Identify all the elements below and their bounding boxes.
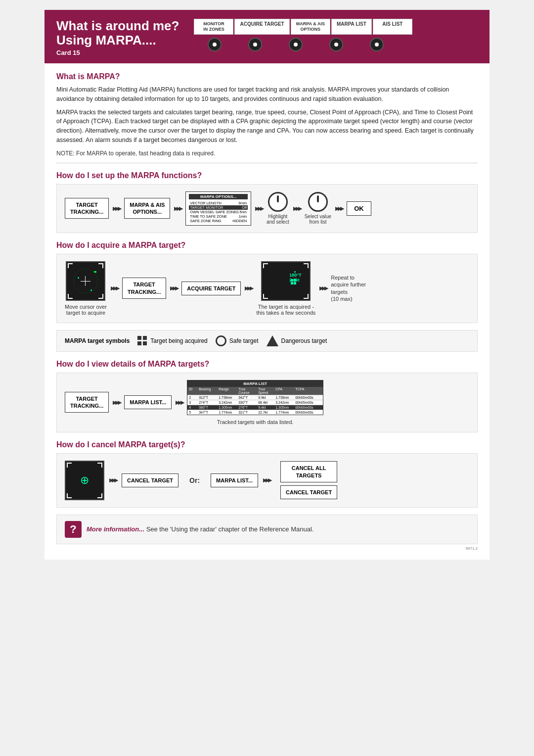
crosshair-symbol: ⊕ — [80, 474, 89, 487]
knob-1[interactable] — [268, 192, 288, 212]
arrow-view-2 — [176, 399, 183, 406]
section-what-is-marpa-title: What is MARPA? — [56, 72, 478, 81]
tab-acquire[interactable]: ACQUIRE TARGET — [234, 19, 289, 35]
list-caption: Tracked targets with data listed. — [217, 419, 294, 425]
ok-button[interactable]: OK — [347, 201, 371, 216]
marpa-list-row-1: 2312°T1.739nm342°T9.9kt1.739nm00h00m00s — [187, 395, 323, 400]
arrow-3 — [255, 205, 263, 212]
view-box-tracking[interactable]: TARGET TRACKING... — [65, 392, 109, 413]
symbols-label: MARPA target symbols — [65, 337, 130, 344]
view-box-marpa-list[interactable]: MARPA LIST... — [124, 395, 172, 409]
symbol-acquiring: Target being acquired — [137, 336, 207, 346]
marpa-list-subheader: ID Bearing Range TrueCourse TrueSpeed CP… — [187, 387, 323, 395]
marpa-list-table: MARPA LIST ID Bearing Range TrueCourse T… — [187, 380, 323, 415]
circle-btn-5[interactable] — [370, 38, 384, 51]
radar-col-2: 180°T2.3kt — [256, 261, 315, 316]
circle-btn-2[interactable] — [248, 38, 262, 51]
frame-br-v — [102, 294, 103, 299]
header-title: What is around me? Using MARPA.... Card … — [56, 19, 179, 56]
nav-circle-4 — [316, 38, 356, 51]
more-info-label: More information... — [87, 525, 144, 533]
marpa-opt-row-1: VECTOR LENGTH6min — [189, 201, 248, 205]
safe-icon — [216, 335, 226, 346]
acquire-caption2: The target is acquired - this takes a fe… — [256, 304, 315, 316]
title-line2: Using MARPA.... — [56, 33, 179, 47]
acquiring-icon — [137, 336, 147, 346]
symbols-row: MARPA target symbols Target being acquir… — [56, 330, 478, 352]
blip-1 — [94, 271, 96, 273]
radar-col-1: Move cursor over target to acquire — [65, 261, 107, 316]
setup-flow-diagram: TARGET TRACKING... MARPA & AIS OPTIONS..… — [56, 184, 478, 233]
nav-circle-1 — [195, 38, 234, 51]
tab-monitor[interactable]: MONITOR IN ZONES — [194, 19, 233, 35]
knob1-label: Highlight and select — [267, 214, 289, 225]
marpa-opt-row-5: SAFE ZONE RINGHIDDEN — [189, 219, 248, 223]
card-number: Card 15 — [56, 49, 179, 56]
nav-circle-5 — [357, 38, 397, 51]
safe-label: Safe target — [229, 337, 259, 344]
cancel-all-targets[interactable]: CANCEL ALL TARGETS — [280, 461, 337, 482]
section-acquire-title: How do I acquire a MARPA target? — [56, 241, 478, 250]
tab-ais-list[interactable]: AIS LIST — [373, 19, 412, 35]
or-text: Or: — [189, 476, 200, 484]
nav-tabs: MONITOR IN ZONES ACQUIRE TARGET MARPA & … — [194, 19, 478, 35]
marpa-list-row-4: 5347°T1.774nm321°T22.7kt1.774nm00h00m00s — [187, 410, 323, 415]
what-is-marpa-para1: Mini Automatic Radar Plotting Aid (MARPA… — [56, 85, 478, 104]
radar-screen-2: 180°T2.3kt — [261, 261, 311, 301]
arrow-cancel-1 — [109, 477, 117, 483]
marpa-list-header: MARPA LIST — [187, 380, 323, 387]
arrow-4 — [293, 205, 301, 212]
cancel-radar-screen: ⊕ — [65, 461, 104, 500]
cancel-target[interactable]: CANCEL TARGET — [280, 485, 337, 499]
cancel-box-1[interactable]: CANCEL TARGET — [122, 473, 178, 487]
marpa-list-row-3: 4080°T1.305nm276°T9.4kt1.305nm00h00m00s — [187, 405, 323, 410]
cancel-diagram: ⊕ CANCEL TARGET Or: MARPA LIST... CANCEL… — [56, 453, 478, 508]
marpa-opt-row-2: TARGET MONITOROff — [189, 205, 248, 210]
arrow-2 — [174, 205, 181, 212]
nav-circles — [194, 38, 478, 51]
arrow-acquire-2 — [170, 285, 178, 291]
arrow-acquire-4 — [319, 285, 327, 291]
arrow-acquire-3 — [245, 285, 252, 291]
acquire-box-tracking[interactable]: TARGET TRACKING... — [122, 278, 166, 299]
nav-circle-3 — [276, 38, 315, 51]
frame-tr-v — [102, 263, 103, 268]
arrow-cancel-2 — [263, 477, 270, 483]
arrow-1 — [113, 205, 120, 212]
crosshair-h — [81, 281, 90, 282]
circle-btn-4[interactable] — [329, 38, 343, 51]
content: What is MARPA? Mini Automatic Radar Plot… — [44, 63, 490, 560]
page-ref: 9971.2 — [56, 546, 478, 551]
tab-marpa-list[interactable]: MARPA LIST — [331, 19, 372, 35]
page: What is around me? Using MARPA.... Card … — [44, 10, 490, 560]
marpa-list-row-2: 3274°T3.242nm330°T68.4kt3.242nm00h05m00s — [187, 400, 323, 405]
crosshair-v — [85, 276, 86, 286]
frame2-tr-v — [308, 263, 309, 268]
acquire-caption1: Move cursor over target to acquire — [65, 304, 107, 316]
frame2-bl-v — [263, 294, 264, 299]
cancel-right-options: CANCEL ALL TARGETS CANCEL TARGET — [280, 461, 337, 499]
what-is-marpa-para2: MARPA tracks the selected targets and ca… — [56, 108, 478, 145]
acquiring-label: Target being acquired — [150, 337, 207, 344]
frame-tl-v — [68, 263, 69, 268]
circle-btn-1[interactable] — [208, 38, 222, 51]
acquire-box-acquire[interactable]: ACQUIRE TARGET — [181, 282, 241, 295]
setup-box-tracking[interactable]: TARGET TRACKING... — [65, 198, 109, 219]
divider-1 — [56, 163, 478, 163]
setup-box-options[interactable]: MARPA & AIS OPTIONS... — [124, 198, 170, 219]
circle-btn-3[interactable] — [289, 38, 303, 51]
tab-marpa-ais[interactable]: MARPA & AIS OPTIONS — [291, 19, 330, 35]
nav-circle-2 — [235, 38, 275, 51]
what-is-marpa-note: NOTE: For MARPA to operate, fast heading… — [56, 149, 478, 158]
question-mark-icon: ? — [65, 521, 82, 538]
more-info-text: More information... See the 'Using the r… — [87, 525, 313, 533]
symbol-dangerous: Dangerous target — [267, 335, 327, 346]
target-grid — [291, 279, 296, 284]
section-setup-title: How do I set up the MARPA functions? — [56, 171, 478, 180]
frame-bl-v — [68, 294, 69, 299]
knob-2[interactable] — [308, 192, 328, 212]
knob2-col: Select value from list — [305, 192, 331, 225]
cancel-box-marpa-list[interactable]: MARPA LIST... — [211, 473, 258, 487]
frame2-tl-v — [263, 263, 264, 268]
frame2-br-v — [308, 294, 309, 299]
